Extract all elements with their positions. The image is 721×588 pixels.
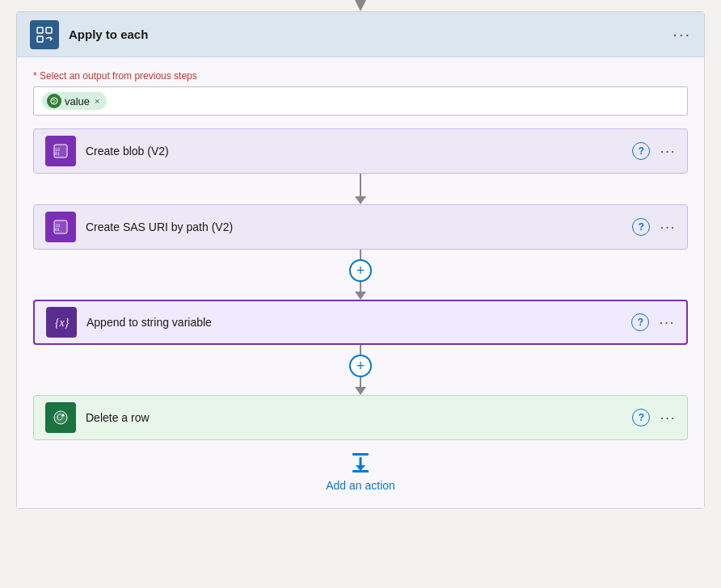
svg-text:{x}: {x}: [55, 317, 70, 329]
flow-container: Apply to each ··· * Select an output fro…: [0, 0, 721, 588]
append-string-card[interactable]: {x} Append to string variable ? ···: [33, 300, 688, 345]
actions-list: 10 01 Create blob (V2) ? ···: [33, 128, 688, 492]
apply-header-more-button[interactable]: ···: [673, 25, 691, 44]
value-tag: value ×: [42, 92, 107, 110]
top-connector: [0, 0, 721, 11]
create-sas-title: Create SAS URI by path (V2): [86, 220, 632, 233]
delete-icon-box: [45, 402, 76, 433]
delete-row-card[interactable]: Delete a row ? ···: [33, 395, 688, 440]
append-string-title: Append to string variable: [86, 316, 631, 329]
create-sas-more[interactable]: ···: [660, 219, 676, 236]
blob-icon-box: 10 01: [45, 136, 76, 166]
apply-each-icon: [30, 20, 59, 49]
select-output-label: * Select an output from previous steps: [33, 70, 688, 82]
svg-point-13: [62, 414, 65, 417]
value-tag-text: value: [65, 95, 90, 107]
svg-point-12: [54, 411, 67, 424]
delete-row-title: Delete a row: [86, 411, 632, 424]
apply-header-title: Apply to each: [69, 27, 673, 41]
svg-text:01: 01: [55, 227, 60, 232]
add-action-label: Add an action: [326, 479, 395, 492]
svg-point-4: [51, 98, 57, 104]
variable-icon-box: {x}: [46, 307, 77, 338]
add-between-1-2[interactable]: +: [349, 259, 372, 282]
add-action-icon: [348, 450, 373, 476]
apply-header: Apply to each ···: [17, 12, 704, 57]
svg-marker-17: [356, 465, 365, 471]
delete-row-help[interactable]: ?: [632, 409, 650, 426]
sas-icon-box: 10 01: [45, 212, 76, 242]
create-sas-card[interactable]: 10 01 Create SAS URI by path (V2) ? ···: [33, 204, 688, 250]
apply-to-each-card: Apply to each ··· * Select an output fro…: [16, 11, 705, 509]
delete-row-more[interactable]: ···: [660, 410, 676, 426]
svg-rect-3: [37, 36, 43, 42]
create-blob-card[interactable]: 10 01 Create blob (V2) ? ···: [33, 128, 688, 174]
output-input-box[interactable]: value ×: [33, 86, 688, 116]
connector-1: [355, 174, 366, 204]
add-action-button[interactable]: Add an action: [326, 450, 395, 492]
svg-rect-1: [37, 27, 43, 33]
value-tag-icon: [47, 94, 61, 108]
create-blob-help[interactable]: ?: [632, 142, 650, 160]
svg-text:01: 01: [55, 151, 60, 156]
connector-plus-2: +: [349, 345, 372, 395]
svg-rect-14: [352, 453, 369, 456]
create-blob-title: Create blob (V2): [86, 145, 632, 158]
value-tag-close[interactable]: ×: [95, 96, 99, 106]
apply-body: * Select an output from previous steps v…: [17, 57, 704, 508]
svg-rect-2: [46, 27, 52, 33]
append-string-more[interactable]: ···: [659, 314, 675, 331]
append-string-help[interactable]: ?: [631, 313, 649, 331]
create-sas-help[interactable]: ?: [632, 218, 650, 236]
create-blob-more[interactable]: ···: [660, 143, 676, 160]
add-between-2-3[interactable]: +: [349, 355, 372, 377]
connector-plus-1: +: [349, 250, 372, 300]
svg-marker-0: [355, 0, 366, 11]
